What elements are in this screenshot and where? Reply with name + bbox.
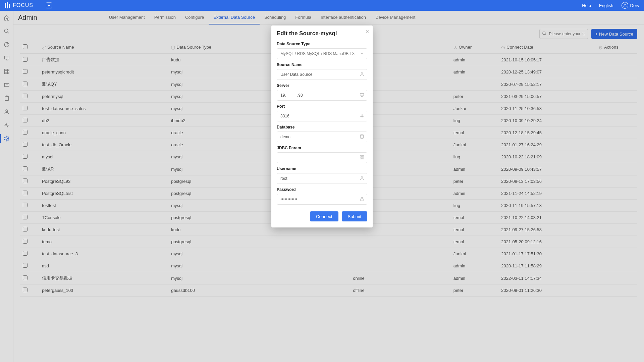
server-label: Server xyxy=(277,83,367,88)
close-icon[interactable]: ✕ xyxy=(365,29,369,34)
svg-rect-23 xyxy=(362,156,364,157)
username-label: Username xyxy=(277,166,367,171)
brand-logo: FOCUS xyxy=(5,2,33,8)
jdbc-label: JDBC Param xyxy=(277,146,367,150)
lock-icon xyxy=(360,197,364,201)
edit-source-modal: ✕ Edit the Source-mysql Data Source Type… xyxy=(271,25,373,227)
svg-point-3 xyxy=(624,4,626,5)
svg-rect-0 xyxy=(5,3,6,8)
brand-text: FOCUS xyxy=(13,2,33,8)
data-source-type-select[interactable]: MySQL / RDS MySQL / RDS MariaDB TX xyxy=(277,48,367,59)
type-value: MySQL / RDS MySQL / RDS MariaDB TX xyxy=(280,51,355,56)
user-name: Dory xyxy=(630,3,639,8)
chevron-down-icon xyxy=(360,51,364,56)
server-input[interactable] xyxy=(277,90,367,101)
port-label: Port xyxy=(277,104,367,109)
param-icon xyxy=(360,155,364,160)
svg-rect-20 xyxy=(360,93,364,96)
name-label: Source Name xyxy=(277,62,367,67)
svg-rect-25 xyxy=(362,158,364,159)
database-input[interactable] xyxy=(277,132,367,142)
topbar: FOCUS + Help English Dory xyxy=(0,0,644,11)
port-input[interactable] xyxy=(277,111,367,121)
user-menu[interactable]: Dory xyxy=(622,2,639,9)
svg-point-21 xyxy=(360,135,363,136)
monitor-icon xyxy=(360,93,364,97)
username-input[interactable] xyxy=(277,173,367,184)
user-avatar-icon xyxy=(622,2,628,9)
modal-overlay[interactable]: ✕ Edit the Source-mysql Data Source Type… xyxy=(0,11,644,362)
logo-icon xyxy=(5,2,11,8)
connect-button[interactable]: Connect xyxy=(310,211,338,221)
person-icon xyxy=(360,72,364,76)
language-link[interactable]: English xyxy=(599,3,613,8)
person-icon xyxy=(360,176,364,180)
password-label: Password xyxy=(277,187,367,192)
database-label: Database xyxy=(277,125,367,130)
password-input[interactable] xyxy=(277,194,367,205)
svg-rect-27 xyxy=(361,199,363,201)
svg-point-26 xyxy=(361,176,363,178)
type-label: Data Source Type xyxy=(277,42,367,46)
source-name-input[interactable] xyxy=(277,69,367,80)
help-link[interactable]: Help xyxy=(582,3,591,8)
svg-rect-24 xyxy=(360,158,362,159)
svg-rect-22 xyxy=(360,156,362,157)
database-icon xyxy=(360,134,364,139)
svg-rect-1 xyxy=(7,2,8,8)
svg-rect-2 xyxy=(9,4,10,8)
jdbc-input[interactable] xyxy=(277,152,367,163)
new-tab-button[interactable]: + xyxy=(46,2,52,8)
modal-title: Edit the Source-mysql xyxy=(277,30,367,37)
submit-button[interactable]: Submit xyxy=(342,211,367,221)
svg-point-19 xyxy=(361,72,363,74)
port-icon xyxy=(360,113,364,118)
